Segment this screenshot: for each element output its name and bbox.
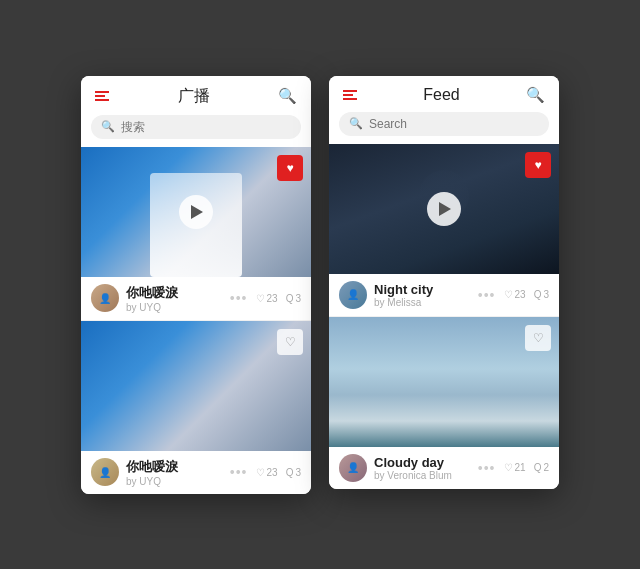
left-item-meta-1: 👤 你吔嗳淚 by UYQ ••• ♡ 23 bbox=[81, 277, 311, 320]
right-search-input[interactable] bbox=[369, 117, 539, 131]
play-triangle-icon-right bbox=[439, 202, 451, 216]
heart-stat-icon-right-2: ♡ bbox=[504, 462, 513, 473]
avatar-image-left-1: 👤 bbox=[91, 284, 119, 312]
right-feed-item-2: ♡ 👤 Cloudy day by Veronica Blum ••• bbox=[329, 317, 559, 489]
search-icon-right[interactable]: 🔍 bbox=[526, 86, 545, 104]
left-item-right-1: ••• ♡ 23 Q 3 bbox=[230, 290, 301, 306]
avatar-image-right-2: 👤 bbox=[339, 454, 367, 482]
left-item-title-1: 你吔嗳淚 bbox=[126, 284, 178, 302]
left-item-title-2: 你吔嗳淚 bbox=[126, 458, 178, 476]
left-feed-content: ♥ 👤 你吔嗳淚 by UYQ ••• bbox=[81, 147, 311, 494]
left-image-1: ♥ bbox=[81, 147, 311, 277]
left-feed-item-2: ♡ 👤 你吔嗳淚 by UYQ ••• bbox=[81, 321, 311, 494]
right-stats-1: ♡ 23 Q 3 bbox=[504, 289, 549, 300]
left-feed-item-1: ♥ 👤 你吔嗳淚 by UYQ ••• bbox=[81, 147, 311, 320]
left-item-author-1: by UYQ bbox=[126, 302, 178, 313]
search-icon-left[interactable]: 🔍 bbox=[278, 87, 297, 105]
right-feed-item-1: ♥ 👤 Night city by Melissa ••• bbox=[329, 144, 559, 316]
search-icon-small-right: 🔍 bbox=[349, 117, 363, 130]
right-phone-header: Feed 🔍 bbox=[329, 76, 559, 112]
left-comments-1: Q 3 bbox=[286, 293, 301, 304]
left-search-bar[interactable]: 🔍 bbox=[91, 115, 301, 139]
heart-button-left-2[interactable]: ♡ bbox=[277, 329, 303, 355]
right-comments-2: Q 2 bbox=[534, 462, 549, 473]
left-comments-count-2: 3 bbox=[295, 467, 301, 478]
left-phone-header: 广播 🔍 bbox=[81, 76, 311, 115]
left-stats-1: ♡ 23 Q 3 bbox=[256, 293, 301, 304]
right-comments-count-2: 2 bbox=[543, 462, 549, 473]
left-item-info-2: 你吔嗳淚 by UYQ bbox=[126, 458, 178, 487]
right-item-meta-2: 👤 Cloudy day by Veronica Blum ••• ♡ 21 bbox=[329, 447, 559, 489]
right-likes-2: ♡ 21 bbox=[504, 462, 526, 473]
right-item-right-2: ••• ♡ 21 Q 2 bbox=[478, 460, 549, 476]
phones-container: 广播 🔍 🔍 ♥ 👤 bbox=[81, 76, 559, 494]
left-likes-2: ♡ 23 bbox=[256, 467, 278, 478]
play-triangle-icon bbox=[191, 205, 203, 219]
left-stats-2: ♡ 23 Q 3 bbox=[256, 467, 301, 478]
right-phone: Feed 🔍 🔍 ♥ bbox=[329, 76, 559, 489]
play-button-right-1[interactable] bbox=[427, 192, 461, 226]
left-comments-2: Q 3 bbox=[286, 467, 301, 478]
heart-stat-icon-left-1: ♡ bbox=[256, 293, 265, 304]
right-search-bar[interactable]: 🔍 bbox=[339, 112, 549, 136]
avatar-image-right-1: 👤 bbox=[339, 281, 367, 309]
right-item-title-1: Night city bbox=[374, 282, 433, 297]
right-item-left-1: 👤 Night city by Melissa bbox=[339, 281, 433, 309]
more-dots-right-2[interactable]: ••• bbox=[478, 460, 496, 476]
heart-stat-icon-right-1: ♡ bbox=[504, 289, 513, 300]
avatar-left-1: 👤 bbox=[91, 284, 119, 312]
right-item-left-2: 👤 Cloudy day by Veronica Blum bbox=[339, 454, 452, 482]
right-likes-count-1: 23 bbox=[515, 289, 526, 300]
right-item-right-1: ••• ♡ 23 Q 3 bbox=[478, 287, 549, 303]
right-image-2: ♡ bbox=[329, 317, 559, 447]
right-item-info-1: Night city by Melissa bbox=[374, 282, 433, 308]
search-icon-small-left: 🔍 bbox=[101, 120, 115, 133]
right-item-author-1: by Melissa bbox=[374, 297, 433, 308]
right-feed-content: ♥ 👤 Night city by Melissa ••• bbox=[329, 144, 559, 489]
left-comments-count-1: 3 bbox=[295, 293, 301, 304]
right-comments-1: Q 3 bbox=[534, 289, 549, 300]
comment-stat-icon-right-1: Q bbox=[534, 289, 542, 300]
avatar-left-2: 👤 bbox=[91, 458, 119, 486]
right-comments-count-1: 3 bbox=[543, 289, 549, 300]
right-phone-title: Feed bbox=[357, 86, 526, 104]
left-likes-1: ♡ 23 bbox=[256, 293, 278, 304]
more-dots-right-1[interactable]: ••• bbox=[478, 287, 496, 303]
left-item-info-1: 你吔嗳淚 by UYQ bbox=[126, 284, 178, 313]
right-item-author-2: by Veronica Blum bbox=[374, 470, 452, 481]
left-search-input[interactable] bbox=[121, 120, 291, 134]
avatar-right-1: 👤 bbox=[339, 281, 367, 309]
play-button-left-1[interactable] bbox=[179, 195, 213, 229]
left-item-right-2: ••• ♡ 23 Q 3 bbox=[230, 464, 301, 480]
menu-icon-right[interactable] bbox=[343, 90, 357, 100]
right-item-title-2: Cloudy day bbox=[374, 455, 452, 470]
left-item-author-2: by UYQ bbox=[126, 476, 178, 487]
left-phone-title: 广播 bbox=[109, 86, 278, 107]
menu-icon-left[interactable] bbox=[95, 91, 109, 101]
more-dots-left-1[interactable]: ••• bbox=[230, 290, 248, 306]
comment-stat-icon-right-2: Q bbox=[534, 462, 542, 473]
right-image-1: ♥ bbox=[329, 144, 559, 274]
comment-stat-icon-left-2: Q bbox=[286, 467, 294, 478]
heart-button-right-1[interactable]: ♥ bbox=[525, 152, 551, 178]
heart-stat-icon-left-2: ♡ bbox=[256, 467, 265, 478]
more-dots-left-2[interactable]: ••• bbox=[230, 464, 248, 480]
avatar-image-left-2: 👤 bbox=[91, 458, 119, 486]
left-item-left-2: 👤 你吔嗳淚 by UYQ bbox=[91, 458, 178, 487]
left-likes-count-2: 23 bbox=[267, 467, 278, 478]
left-phone: 广播 🔍 🔍 ♥ 👤 bbox=[81, 76, 311, 494]
right-likes-1: ♡ 23 bbox=[504, 289, 526, 300]
left-item-meta-2: 👤 你吔嗳淚 by UYQ ••• ♡ 23 bbox=[81, 451, 311, 494]
right-item-meta-1: 👤 Night city by Melissa ••• ♡ 23 bbox=[329, 274, 559, 316]
comment-stat-icon-left-1: Q bbox=[286, 293, 294, 304]
left-image-2: ♡ bbox=[81, 321, 311, 451]
heart-button-right-2[interactable]: ♡ bbox=[525, 325, 551, 351]
right-item-info-2: Cloudy day by Veronica Blum bbox=[374, 455, 452, 481]
heart-button-left-1[interactable]: ♥ bbox=[277, 155, 303, 181]
left-likes-count-1: 23 bbox=[267, 293, 278, 304]
left-item-left-1: 👤 你吔嗳淚 by UYQ bbox=[91, 284, 178, 313]
right-stats-2: ♡ 21 Q 2 bbox=[504, 462, 549, 473]
avatar-right-2: 👤 bbox=[339, 454, 367, 482]
right-likes-count-2: 21 bbox=[515, 462, 526, 473]
